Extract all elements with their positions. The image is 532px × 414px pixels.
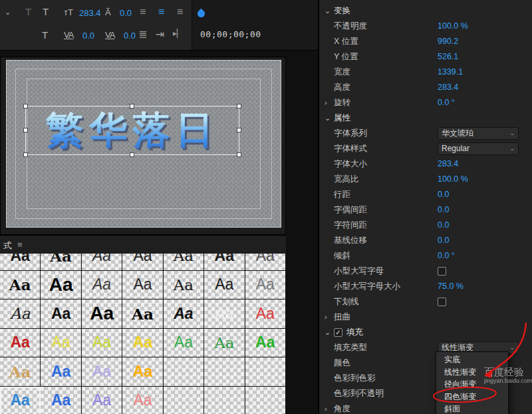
monitor-canvas[interactable]: 繁华落日 [6, 60, 281, 228]
collapse-chevron-icon[interactable]: ⌄ [325, 7, 334, 15]
title-text[interactable]: 繁华落日 [46, 105, 219, 156]
style-swatch[interactable]: Aa [122, 387, 163, 414]
selection-handle[interactable] [23, 104, 28, 108]
style-swatch[interactable]: Aa [164, 254, 204, 271]
style-swatch[interactable] [164, 387, 204, 414]
style-swatch[interactable]: Aa [0, 329, 41, 358]
property-value[interactable]: 526.1 [438, 52, 458, 61]
style-swatch[interactable]: Aa [41, 271, 81, 300]
style-swatch[interactable]: Aa [204, 329, 245, 358]
style-swatch[interactable] [245, 357, 286, 387]
selection-handle[interactable] [23, 128, 28, 132]
property-value[interactable]: 0.0 [438, 220, 449, 230]
checkbox[interactable] [438, 267, 446, 276]
property-value[interactable]: 1339.1 [438, 67, 463, 77]
style-swatch[interactable]: Aa [82, 387, 122, 414]
style-swatch[interactable]: Aa [164, 300, 204, 329]
menu-item-circled[interactable]: 四色渐变 [436, 391, 508, 403]
style-swatch[interactable]: Aa [204, 271, 245, 300]
property-value[interactable]: 0.0 [438, 205, 449, 214]
menu-item[interactable]: 斜面 [436, 403, 508, 414]
style-swatch[interactable] [204, 357, 245, 387]
chevron-down-icon[interactable]: ⌄ [5, 9, 11, 16]
property-value[interactable]: 75.0 % [438, 282, 464, 291]
type-tool-icon[interactable]: T [43, 7, 49, 17]
style-swatch[interactable]: Aa [82, 357, 122, 387]
style-swatch[interactable] [204, 387, 245, 414]
collapse-chevron-icon[interactable]: ⌄ [325, 328, 334, 337]
style-swatch[interactable]: Aa [41, 357, 81, 387]
checkbox[interactable]: ✓ [334, 328, 342, 337]
property-value[interactable]: 100.0 % [438, 174, 468, 184]
style-swatch[interactable]: Aa [0, 357, 41, 387]
kerning-value[interactable]: 0.0 [82, 31, 94, 40]
property-value[interactable]: 0.0 [438, 190, 449, 199]
style-swatch[interactable]: Aa [82, 271, 122, 300]
style-swatch[interactable]: Aa [41, 254, 81, 271]
text-toolbar: ⌄ T T T тT 283.4 Ã 0.0 VA 0.0 VA 0.0 ≡ ≡… [0, 0, 318, 51]
checkbox[interactable] [438, 298, 446, 306]
style-swatch[interactable]: Aa [245, 271, 286, 300]
style-swatch[interactable]: Aa [0, 254, 41, 271]
property-label: 字体系列 [334, 128, 367, 139]
ink-droplet-icon[interactable] [196, 9, 207, 19]
align-center-icon[interactable]: ≡ [158, 7, 164, 17]
expand-chevron-icon[interactable]: › [325, 99, 334, 106]
style-swatch[interactable]: Aa [164, 271, 204, 300]
tracking-value[interactable]: 0.0 [124, 31, 136, 40]
collapse-chevron-icon[interactable]: ⌄ [325, 114, 334, 122]
style-swatch[interactable]: Aa [122, 254, 163, 271]
style-swatch[interactable]: Aa [82, 254, 122, 271]
style-swatch[interactable] [164, 357, 204, 387]
goto-edit-icon[interactable]: ▸▏ [173, 29, 183, 37]
indent-icon[interactable]: ⇥ [156, 29, 164, 40]
property-select[interactable]: Regular⌄ [438, 142, 519, 155]
style-swatch[interactable]: Aa [0, 300, 41, 329]
property-select[interactable]: 华文琥珀⌄ [438, 127, 519, 140]
style-swatch[interactable]: Aa [41, 387, 81, 414]
text-selection-box[interactable]: 繁华落日 [25, 106, 239, 155]
style-swatch[interactable]: Aa [204, 300, 245, 329]
property-row: 字体样式Regular⌄ [319, 141, 532, 156]
property-value[interactable]: 283.4 [438, 159, 458, 168]
style-swatch[interactable]: Aa [164, 329, 204, 358]
vertical-type-tool-icon[interactable]: T [42, 30, 48, 40]
property-value[interactable]: 0.0 [438, 236, 449, 245]
align-right-icon[interactable]: ≡ [177, 7, 183, 17]
menu-item[interactable]: 实底 [436, 353, 508, 366]
property-value[interactable]: 0.0 ° [438, 251, 455, 260]
selection-handle[interactable] [23, 152, 28, 157]
style-swatch[interactable]: Aa [245, 254, 286, 271]
style-swatch[interactable]: Aa [41, 300, 81, 329]
justify-icon[interactable]: ≣ [138, 29, 147, 40]
property-value[interactable]: 990.2 [438, 37, 458, 46]
styles-tab-label[interactable]: 式 [3, 240, 12, 252]
font-size-value[interactable]: 283.4 [79, 9, 101, 17]
style-swatch[interactable]: Aa [0, 271, 41, 300]
style-swatch[interactable]: Aa [82, 329, 122, 358]
text-tool-icon[interactable]: T [25, 7, 31, 17]
style-swatch[interactable]: Aa [204, 254, 245, 271]
style-swatch[interactable] [245, 387, 286, 414]
style-swatch[interactable]: Aa [122, 271, 163, 300]
selection-handle[interactable] [237, 104, 241, 108]
style-swatch[interactable]: Aa [0, 387, 41, 414]
style-swatch[interactable]: Aa [82, 300, 122, 329]
panel-menu-icon[interactable]: ≡ [17, 240, 23, 250]
selection-handle[interactable] [237, 152, 241, 157]
leading-value[interactable]: 0.0 [120, 9, 132, 17]
style-swatch[interactable]: Aa [245, 329, 286, 358]
style-swatch[interactable]: Aa [122, 329, 163, 358]
style-swatch[interactable]: Aa [41, 329, 81, 358]
property-value[interactable]: 100.0 % [438, 21, 468, 31]
timecode-display[interactable]: 00;00;00;00 [200, 29, 261, 39]
selection-handle[interactable] [237, 128, 241, 132]
expand-chevron-icon[interactable]: › [325, 405, 334, 413]
property-value[interactable]: 0.0 ° [438, 98, 455, 107]
style-swatch[interactable]: Aa [122, 357, 163, 387]
style-swatch[interactable]: Aa [245, 300, 286, 329]
style-swatch[interactable]: Aa [122, 300, 163, 329]
property-value[interactable]: 283.4 [438, 83, 458, 92]
align-left-icon[interactable]: ≡ [140, 7, 146, 17]
expand-chevron-icon[interactable]: › [325, 313, 334, 321]
